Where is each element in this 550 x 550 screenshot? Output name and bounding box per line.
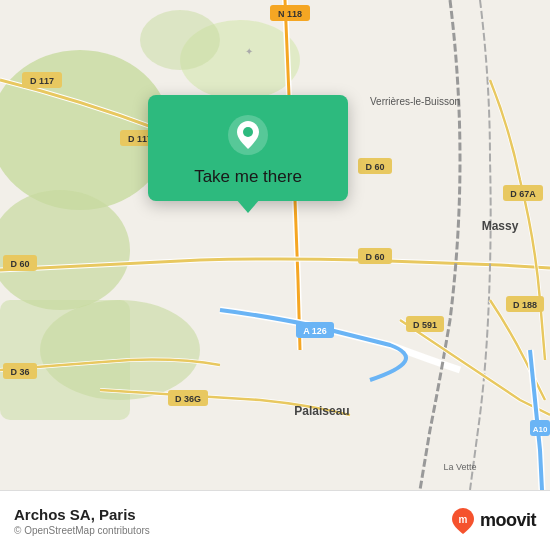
- svg-text:m: m: [459, 514, 468, 525]
- bottom-bar: Archos SA, Paris © OpenStreetMap contrib…: [0, 490, 550, 550]
- popup-label: Take me there: [194, 167, 302, 187]
- attribution-text: © OpenStreetMap contributors: [14, 525, 150, 536]
- moovit-logo: m moovit: [452, 508, 536, 534]
- svg-text:N 118: N 118: [278, 9, 302, 19]
- svg-point-6: [140, 10, 220, 70]
- svg-text:D 591: D 591: [413, 320, 437, 330]
- map-svg: D 117 N 118 D 117 D 60 D 60 D 67A D 36 D…: [0, 0, 550, 490]
- svg-text:D 117: D 117: [30, 76, 54, 86]
- svg-text:D 60: D 60: [365, 252, 384, 262]
- svg-text:D 67A: D 67A: [510, 189, 536, 199]
- moovit-pin-icon: m: [452, 508, 474, 534]
- moovit-brand-text: moovit: [480, 510, 536, 531]
- map-container: D 117 N 118 D 117 D 60 D 60 D 67A D 36 D…: [0, 0, 550, 490]
- location-title: Archos SA, Paris: [14, 506, 150, 523]
- svg-text:D 60: D 60: [10, 259, 29, 269]
- svg-text:✦: ✦: [245, 46, 253, 57]
- svg-point-39: [243, 127, 253, 137]
- bottom-info: Archos SA, Paris © OpenStreetMap contrib…: [14, 506, 150, 536]
- svg-text:D 36G: D 36G: [175, 394, 201, 404]
- svg-text:Massy: Massy: [482, 219, 519, 233]
- svg-text:Verrières-le-Buisson: Verrières-le-Buisson: [370, 96, 460, 107]
- svg-text:A10: A10: [533, 425, 548, 434]
- svg-text:La Vette: La Vette: [443, 462, 476, 472]
- svg-text:Palaiseau: Palaiseau: [294, 404, 349, 418]
- popup-card[interactable]: Take me there: [148, 95, 348, 201]
- svg-text:D 188: D 188: [513, 300, 537, 310]
- svg-text:A 126: A 126: [303, 326, 327, 336]
- location-pin-icon: [226, 113, 270, 157]
- svg-text:D 36: D 36: [10, 367, 29, 377]
- svg-text:D 60: D 60: [365, 162, 384, 172]
